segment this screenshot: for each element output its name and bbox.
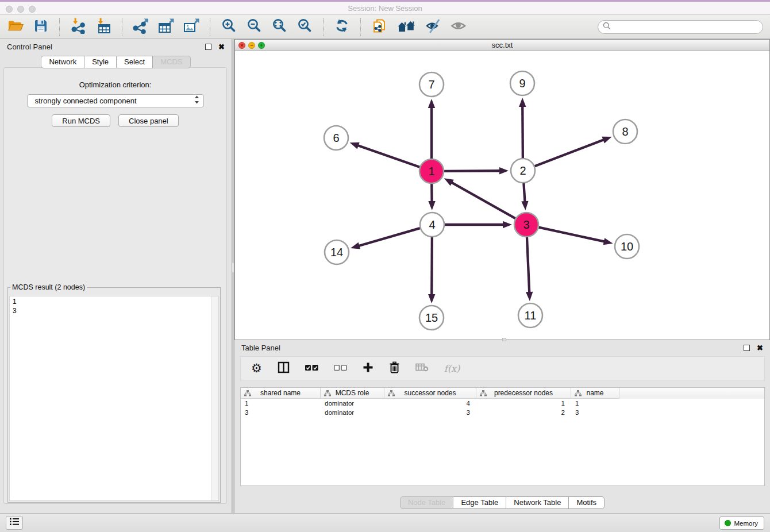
maximize-network-button[interactable]: + <box>258 42 265 49</box>
import-table-button[interactable] <box>94 17 113 37</box>
table-cell[interactable]: 3 <box>571 408 619 417</box>
column-header-shared-name[interactable]: shared name <box>241 388 321 399</box>
column-header-name[interactable]: name <box>571 388 619 399</box>
memory-button[interactable]: Memory <box>719 516 764 530</box>
home-button[interactable] <box>395 17 418 37</box>
control-tab-network[interactable]: Network <box>41 56 84 68</box>
control-tab-select[interactable]: Select <box>117 56 153 68</box>
add-row-button[interactable] <box>363 362 374 375</box>
edge-1-2[interactable] <box>444 167 509 174</box>
minimize-network-button[interactable]: – <box>248 42 255 49</box>
edge-2-8[interactable] <box>535 137 612 166</box>
table-cell[interactable]: 1 <box>571 399 619 408</box>
edge-4-15[interactable] <box>428 237 435 303</box>
search-input[interactable] <box>614 22 763 32</box>
table-settings-button[interactable]: ⚙ <box>251 363 262 375</box>
table-cell[interactable]: 3 <box>384 408 476 417</box>
edge-3-11[interactable] <box>526 237 533 301</box>
node-2[interactable]: 2 <box>511 159 535 183</box>
column-header-predecessor-nodes[interactable]: predecessor nodes <box>476 388 571 399</box>
function-icon: f(x) <box>444 363 460 374</box>
edge-3-1[interactable] <box>444 178 515 218</box>
zoom-fit-button[interactable] <box>270 17 289 37</box>
zoom-selected-button[interactable] <box>295 17 314 37</box>
node-1[interactable]: 1 <box>419 159 444 183</box>
result-scrollbar[interactable] <box>211 296 218 500</box>
open-session-button[interactable] <box>6 17 25 37</box>
import-network-button[interactable] <box>68 17 88 37</box>
table-cell[interactable]: 3 <box>241 408 321 417</box>
search-icon <box>603 22 611 32</box>
control-tab-mcds[interactable]: MCDS <box>153 56 190 68</box>
edge-3-10[interactable] <box>538 228 613 245</box>
toolbar-separator <box>122 18 122 36</box>
delete-row-button[interactable] <box>389 361 400 376</box>
table-row[interactable]: 3dominator323 <box>241 408 764 417</box>
edge-4-14[interactable] <box>351 228 420 249</box>
horizontal-splitter-grip[interactable] <box>502 338 506 341</box>
run-mcds-button[interactable]: Run MCDS <box>52 114 110 127</box>
node-3[interactable]: 3 <box>514 213 538 237</box>
close-panel-icon[interactable]: ✖ <box>218 44 225 50</box>
edge-2-9[interactable] <box>519 98 526 158</box>
criterion-select[interactable]: strongly connected component <box>27 94 204 107</box>
column-header-MCDS-role[interactable]: MCDS role <box>321 388 384 399</box>
network-view-window: × – + scc.txt 7968124314101511 <box>234 39 770 340</box>
table-cell[interactable]: 2 <box>476 408 571 417</box>
show-columns-button[interactable] <box>278 361 290 376</box>
float-table-panel-icon[interactable] <box>744 345 750 351</box>
close-network-button[interactable]: × <box>238 42 245 49</box>
refresh-network-button[interactable] <box>332 17 352 37</box>
node-9[interactable]: 9 <box>510 71 534 95</box>
table-cell[interactable]: dominator <box>321 408 384 417</box>
duplicate-network-button[interactable] <box>369 17 389 37</box>
edge-4-3[interactable] <box>445 221 512 228</box>
column-header-successor-nodes[interactable]: successor nodes <box>384 388 476 399</box>
table-cell[interactable]: 1 <box>476 399 571 408</box>
show-all-button[interactable] <box>449 17 468 37</box>
network-canvas[interactable]: 7968124314101511 <box>235 51 769 340</box>
close-table-panel-icon[interactable]: ✖ <box>757 345 763 351</box>
node-7[interactable]: 7 <box>419 72 444 97</box>
node-10[interactable]: 10 <box>615 234 639 259</box>
table-cell[interactable]: 1 <box>241 399 321 408</box>
unselect-all-button[interactable] <box>334 363 347 373</box>
table-tab-network-table[interactable]: Network Table <box>506 496 569 509</box>
node-14[interactable]: 14 <box>325 240 349 264</box>
node-4[interactable]: 4 <box>420 213 444 237</box>
close-panel-button[interactable]: Close panel <box>118 114 179 127</box>
table-row[interactable]: 1dominator411 <box>241 399 764 408</box>
table-tab-motifs[interactable]: Motifs <box>569 496 605 509</box>
edge-1-4[interactable] <box>428 184 435 210</box>
table-cell[interactable]: dominator <box>321 399 384 408</box>
node-11[interactable]: 11 <box>518 303 542 327</box>
node-15[interactable]: 15 <box>419 306 444 330</box>
splitter-grip[interactable] <box>232 263 234 272</box>
export-image-button[interactable] <box>182 17 201 37</box>
zoom-in-button[interactable] <box>219 17 238 37</box>
hide-selected-button[interactable] <box>424 17 443 37</box>
edge-2-3[interactable] <box>521 183 528 210</box>
table-tab-edge-table[interactable]: Edge Table <box>453 496 506 509</box>
save-session-button[interactable] <box>31 17 51 37</box>
minimize-window-button[interactable] <box>17 6 24 13</box>
float-panel-icon[interactable] <box>205 44 211 50</box>
close-window-button[interactable] <box>6 6 13 13</box>
export-table-button[interactable] <box>156 17 176 37</box>
zoom-window-button[interactable] <box>29 6 36 13</box>
task-history-button[interactable] <box>6 516 23 530</box>
node-6[interactable]: 6 <box>324 126 348 150</box>
node-8[interactable]: 8 <box>613 119 637 144</box>
table-tab-node-table[interactable]: Node Table <box>400 496 454 509</box>
select-all-button[interactable] <box>305 363 318 373</box>
control-tab-style[interactable]: Style <box>84 56 117 68</box>
save-disk-icon <box>33 18 48 36</box>
edge-1-7[interactable] <box>428 99 435 159</box>
table-cell[interactable]: 4 <box>384 399 476 408</box>
zoom-out-button[interactable] <box>244 17 264 37</box>
svg-text:3: 3 <box>523 218 529 231</box>
edge-1-6[interactable] <box>350 142 420 167</box>
mcds-result-list[interactable]: 13 <box>9 296 219 501</box>
checked-boxes-icon <box>305 363 318 373</box>
export-network-button[interactable] <box>131 17 151 37</box>
